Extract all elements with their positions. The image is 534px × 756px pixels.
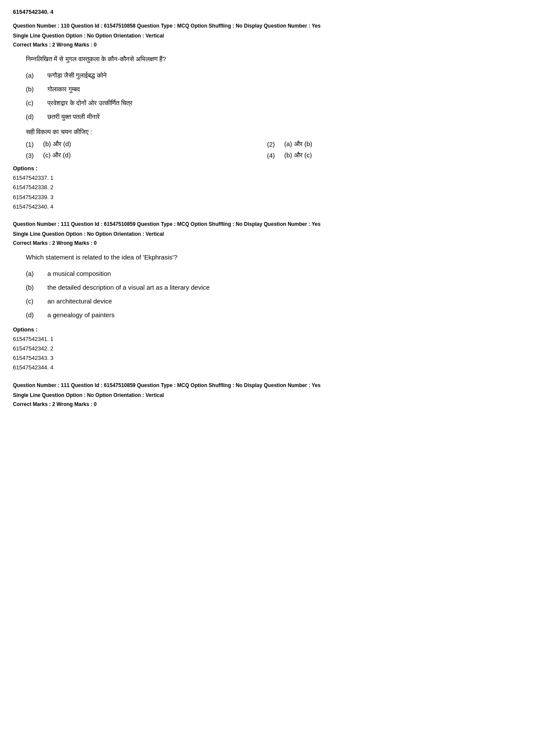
q110-question-text: निम्नलिखित में से मुगल वास्तुकला के कौन-… xyxy=(26,54,508,64)
q110-answer-4-num: (4) xyxy=(267,152,284,159)
q110-option-d: (d) छतरी युक्त पतली मीनारें xyxy=(26,112,521,122)
q111a-meta-line1: Question Number : 111 Question Id : 6154… xyxy=(13,220,521,228)
q111a-option-b: (b) the detailed description of a visual… xyxy=(26,282,521,293)
q110-answer-2-num: (2) xyxy=(267,141,284,148)
q111a-option-id-1: 61547542341. 1 xyxy=(13,334,521,344)
q110-option-id-3: 61547542339. 3 xyxy=(13,193,521,202)
page-header: 61547542340. 4 xyxy=(13,9,521,15)
q111a-option-b-text: the detailed description of a visual art… xyxy=(47,282,210,293)
q111a-option-d-text: a genealogy of painters xyxy=(47,310,115,320)
q110-option-d-text: छतरी युक्त पतली मीनारें xyxy=(47,112,100,122)
q110-option-a-text: फगौड़ा जैसी गुलाईबद्ध कोने xyxy=(47,70,107,81)
question-block-111b: Question Number : 111 Question Id : 6154… xyxy=(13,381,521,407)
q111a-option-id-3: 61547542343. 3 xyxy=(13,353,521,363)
q111b-marks: Correct Marks : 2 Wrong Marks : 0 xyxy=(13,401,521,407)
q110-option-b: (b) गोलाकार गुम्बद xyxy=(26,84,521,94)
q110-marks: Correct Marks : 2 Wrong Marks : 0 xyxy=(13,42,521,48)
q111a-option-a: (a) a musical composition xyxy=(26,269,521,279)
q111a-option-id-4: 61547542344. 4 xyxy=(13,363,521,372)
q111a-option-a-text: a musical composition xyxy=(47,269,111,279)
q110-option-c-text: प्रवेशद्वार के दोनों ओर उत्कीर्णित चित्र xyxy=(47,98,133,108)
q111a-meta-line2: Single Line Question Option : No Option … xyxy=(13,230,521,238)
q110-answer-2-val: (a) और (b) xyxy=(284,140,312,148)
q111a-option-id-2: 61547542342. 2 xyxy=(13,344,521,353)
q111a-option-c: (c) an architectural device xyxy=(26,296,521,306)
q110-option-a-label: (a) xyxy=(26,70,47,81)
q111a-option-d-label: (d) xyxy=(26,310,47,320)
question-block-111a: Question Number : 111 Question Id : 6154… xyxy=(13,220,521,373)
q110-answer-4-val: (b) और (c) xyxy=(284,151,312,159)
q110-answer-1-val: (b) और (d) xyxy=(43,140,71,148)
q110-select-instruction: सही विकल्प का चयन कीजिए : xyxy=(26,128,508,136)
q110-option-c: (c) प्रवेशद्वार के दोनों ओर उत्कीर्णित च… xyxy=(26,98,521,108)
q110-meta-line1: Question Number : 110 Question Id : 6154… xyxy=(13,22,521,30)
q110-answer-3: (3) (c) और (d) xyxy=(26,151,267,159)
q110-option-b-text: गोलाकार गुम्बद xyxy=(47,84,80,94)
q111a-marks: Correct Marks : 2 Wrong Marks : 0 xyxy=(13,240,521,246)
q111a-option-c-label: (c) xyxy=(26,296,47,306)
q110-option-a: (a) फगौड़ा जैसी गुलाईबद्ध कोने xyxy=(26,70,521,81)
q111a-option-b-label: (b) xyxy=(26,282,47,293)
q110-answer-3-num: (3) xyxy=(26,152,43,159)
q110-meta-line2: Single Line Question Option : No Option … xyxy=(13,32,521,40)
q111a-options-label: Options : xyxy=(13,326,521,333)
q110-answer-1: (1) (b) और (d) xyxy=(26,140,267,148)
q111b-meta-line2: Single Line Question Option : No Option … xyxy=(13,391,521,400)
q110-answer-1-num: (1) xyxy=(26,141,43,148)
q111b-meta-line1: Question Number : 111 Question Id : 6154… xyxy=(13,381,521,390)
q110-option-id-2: 61547542338. 2 xyxy=(13,183,521,192)
q111a-question-text: Which statement is related to the idea o… xyxy=(26,252,508,262)
q111a-option-d: (d) a genealogy of painters xyxy=(26,310,521,320)
q111a-options-section: Options : 61547542341. 1 61547542342. 2 … xyxy=(13,326,521,372)
question-block-110: Question Number : 110 Question Id : 6154… xyxy=(13,22,521,212)
q110-answer-2: (2) (a) और (b) xyxy=(267,140,508,148)
q110-options-section: Options : 61547542337. 1 61547542338. 2 … xyxy=(13,165,521,211)
q110-answer-4: (4) (b) और (c) xyxy=(267,151,508,159)
q110-option-id-1: 61547542337. 1 xyxy=(13,173,521,183)
q110-answer-3-val: (c) और (d) xyxy=(43,151,71,159)
q110-options-label: Options : xyxy=(13,165,521,172)
q110-option-id-4: 61547542340. 4 xyxy=(13,202,521,212)
q110-answer-grid: (1) (b) और (d) (2) (a) और (b) (3) (c) और… xyxy=(26,140,508,159)
q110-option-d-label: (d) xyxy=(26,112,47,122)
q110-option-b-label: (b) xyxy=(26,84,47,94)
q111a-option-a-label: (a) xyxy=(26,269,47,279)
q110-option-c-label: (c) xyxy=(26,98,47,108)
q111a-option-c-text: an architectural device xyxy=(47,296,112,306)
